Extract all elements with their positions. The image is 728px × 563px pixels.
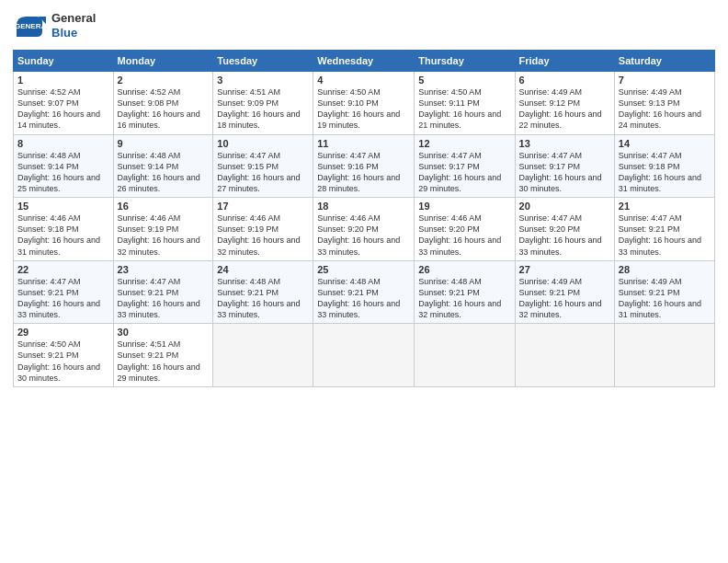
calendar-cell: 13Sunrise: 4:47 AMSunset: 9:17 PMDayligh… <box>515 134 614 198</box>
calendar-cell: 4Sunrise: 4:50 AMSunset: 9:10 PMDaylight… <box>313 72 415 135</box>
week-row-1: 1Sunrise: 4:52 AMSunset: 9:07 PMDaylight… <box>14 72 715 135</box>
day-info: Sunrise: 4:46 AMSunset: 9:20 PMDaylight:… <box>418 213 510 258</box>
calendar-cell <box>515 324 614 387</box>
day-number: 23 <box>118 264 210 275</box>
calendar-cell: 8Sunrise: 4:48 AMSunset: 9:14 PMDaylight… <box>14 134 114 198</box>
calendar-cell: 12Sunrise: 4:47 AMSunset: 9:17 PMDayligh… <box>415 134 515 198</box>
calendar-cell: 5Sunrise: 4:50 AMSunset: 9:11 PMDaylight… <box>415 72 515 135</box>
day-info: Sunrise: 4:47 AMSunset: 9:17 PMDaylight:… <box>418 150 510 195</box>
calendar-cell: 15Sunrise: 4:46 AMSunset: 9:18 PMDayligh… <box>14 198 114 261</box>
calendar-cell: 28Sunrise: 4:49 AMSunset: 9:21 PMDayligh… <box>614 260 714 324</box>
day-number: 28 <box>619 264 711 275</box>
day-info: Sunrise: 4:49 AMSunset: 9:21 PMDaylight:… <box>519 276 610 321</box>
calendar-cell <box>614 324 714 387</box>
day-number: 1 <box>17 75 109 86</box>
day-info: Sunrise: 4:47 AMSunset: 9:21 PMDaylight:… <box>118 276 210 321</box>
day-number: 26 <box>418 264 510 275</box>
calendar-cell: 7Sunrise: 4:49 AMSunset: 9:13 PMDaylight… <box>614 72 714 135</box>
calendar-cell: 2Sunrise: 4:52 AMSunset: 9:08 PMDaylight… <box>113 72 213 135</box>
day-number: 25 <box>317 264 410 275</box>
day-number: 16 <box>118 201 210 212</box>
day-number: 14 <box>619 138 711 149</box>
calendar-cell: 27Sunrise: 4:49 AMSunset: 9:21 PMDayligh… <box>515 260 614 324</box>
day-number: 17 <box>217 201 309 212</box>
calendar-cell: 18Sunrise: 4:46 AMSunset: 9:20 PMDayligh… <box>313 198 415 261</box>
week-row-4: 22Sunrise: 4:47 AMSunset: 9:21 PMDayligh… <box>14 260 715 324</box>
calendar-cell: 3Sunrise: 4:51 AMSunset: 9:09 PMDaylight… <box>213 72 313 135</box>
day-info: Sunrise: 4:48 AMSunset: 9:21 PMDaylight:… <box>317 276 410 321</box>
day-info: Sunrise: 4:47 AMSunset: 9:15 PMDaylight:… <box>217 150 309 195</box>
calendar-cell: 22Sunrise: 4:47 AMSunset: 9:21 PMDayligh… <box>14 260 114 324</box>
day-info: Sunrise: 4:47 AMSunset: 9:17 PMDaylight:… <box>519 150 610 195</box>
day-number: 9 <box>118 138 210 149</box>
day-number: 5 <box>418 75 510 86</box>
day-number: 6 <box>519 75 610 86</box>
header: GENERAL General Blue <box>13 9 715 42</box>
day-info: Sunrise: 4:49 AMSunset: 9:12 PMDaylight:… <box>519 86 610 132</box>
day-number: 30 <box>118 327 210 338</box>
day-info: Sunrise: 4:46 AMSunset: 9:19 PMDaylight:… <box>217 213 309 258</box>
calendar-cell: 14Sunrise: 4:47 AMSunset: 9:18 PMDayligh… <box>614 134 714 198</box>
calendar-cell: 29Sunrise: 4:50 AMSunset: 9:21 PMDayligh… <box>14 324 114 387</box>
day-info: Sunrise: 4:47 AMSunset: 9:21 PMDaylight:… <box>619 213 711 258</box>
calendar-cell: 1Sunrise: 4:52 AMSunset: 9:07 PMDaylight… <box>14 72 114 135</box>
calendar-cell: 9Sunrise: 4:48 AMSunset: 9:14 PMDaylight… <box>113 134 213 198</box>
day-info: Sunrise: 4:47 AMSunset: 9:18 PMDaylight:… <box>619 150 711 195</box>
svg-text:GENERAL: GENERAL <box>15 22 46 30</box>
day-info: Sunrise: 4:47 AMSunset: 9:20 PMDaylight:… <box>519 213 610 258</box>
calendar-cell <box>415 324 515 387</box>
day-number: 24 <box>217 264 309 275</box>
col-header-monday: Monday <box>113 51 213 72</box>
day-number: 4 <box>317 75 410 86</box>
calendar-cell: 30Sunrise: 4:51 AMSunset: 9:21 PMDayligh… <box>113 324 213 387</box>
week-row-5: 29Sunrise: 4:50 AMSunset: 9:21 PMDayligh… <box>14 324 715 387</box>
day-number: 19 <box>418 201 510 212</box>
day-info: Sunrise: 4:48 AMSunset: 9:21 PMDaylight:… <box>217 276 309 321</box>
day-info: Sunrise: 4:48 AMSunset: 9:14 PMDaylight:… <box>17 150 109 195</box>
page: GENERAL General Blue SundayMondayTuesday… <box>0 0 728 563</box>
calendar-header-row: SundayMondayTuesdayWednesdayThursdayFrid… <box>14 51 715 72</box>
day-info: Sunrise: 4:49 AMSunset: 9:13 PMDaylight:… <box>619 86 711 132</box>
day-info: Sunrise: 4:51 AMSunset: 9:09 PMDaylight:… <box>217 86 309 132</box>
day-number: 27 <box>519 264 610 275</box>
day-number: 20 <box>519 201 610 212</box>
calendar-cell: 11Sunrise: 4:47 AMSunset: 9:16 PMDayligh… <box>313 134 415 198</box>
day-number: 2 <box>118 75 210 86</box>
day-info: Sunrise: 4:46 AMSunset: 9:19 PMDaylight:… <box>118 213 210 258</box>
week-row-2: 8Sunrise: 4:48 AMSunset: 9:14 PMDaylight… <box>14 134 715 198</box>
calendar-table: SundayMondayTuesdayWednesdayThursdayFrid… <box>13 50 715 387</box>
calendar-cell: 6Sunrise: 4:49 AMSunset: 9:12 PMDaylight… <box>515 72 614 135</box>
col-header-friday: Friday <box>515 51 614 72</box>
day-info: Sunrise: 4:46 AMSunset: 9:18 PMDaylight:… <box>17 213 109 258</box>
logo-general-text: General <box>51 11 96 26</box>
day-number: 21 <box>619 201 711 212</box>
calendar-cell: 20Sunrise: 4:47 AMSunset: 9:20 PMDayligh… <box>515 198 614 261</box>
logo: GENERAL General Blue <box>13 9 96 42</box>
day-number: 3 <box>217 75 309 86</box>
week-row-3: 15Sunrise: 4:46 AMSunset: 9:18 PMDayligh… <box>14 198 715 261</box>
day-number: 13 <box>519 138 610 149</box>
day-info: Sunrise: 4:50 AMSunset: 9:21 PMDaylight:… <box>17 339 109 384</box>
day-number: 7 <box>619 75 711 86</box>
day-number: 12 <box>418 138 510 149</box>
day-number: 29 <box>17 327 109 338</box>
col-header-thursday: Thursday <box>415 51 515 72</box>
logo-blue-text: Blue <box>51 26 96 40</box>
calendar-cell: 26Sunrise: 4:48 AMSunset: 9:21 PMDayligh… <box>415 260 515 324</box>
calendar-cell: 23Sunrise: 4:47 AMSunset: 9:21 PMDayligh… <box>113 260 213 324</box>
calendar-cell: 10Sunrise: 4:47 AMSunset: 9:15 PMDayligh… <box>213 134 313 198</box>
day-info: Sunrise: 4:46 AMSunset: 9:20 PMDaylight:… <box>317 213 410 258</box>
day-number: 18 <box>317 201 410 212</box>
calendar-cell: 25Sunrise: 4:48 AMSunset: 9:21 PMDayligh… <box>313 260 415 324</box>
calendar-cell: 24Sunrise: 4:48 AMSunset: 9:21 PMDayligh… <box>213 260 313 324</box>
col-header-saturday: Saturday <box>614 51 714 72</box>
calendar-cell: 19Sunrise: 4:46 AMSunset: 9:20 PMDayligh… <box>415 198 515 261</box>
day-info: Sunrise: 4:48 AMSunset: 9:21 PMDaylight:… <box>418 276 510 321</box>
col-header-wednesday: Wednesday <box>313 51 415 72</box>
calendar-cell: 21Sunrise: 4:47 AMSunset: 9:21 PMDayligh… <box>614 198 714 261</box>
col-header-sunday: Sunday <box>14 51 114 72</box>
day-info: Sunrise: 4:47 AMSunset: 9:16 PMDaylight:… <box>317 150 410 195</box>
logo-svg: GENERAL <box>13 9 46 42</box>
day-number: 11 <box>317 138 410 149</box>
col-header-tuesday: Tuesday <box>213 51 313 72</box>
